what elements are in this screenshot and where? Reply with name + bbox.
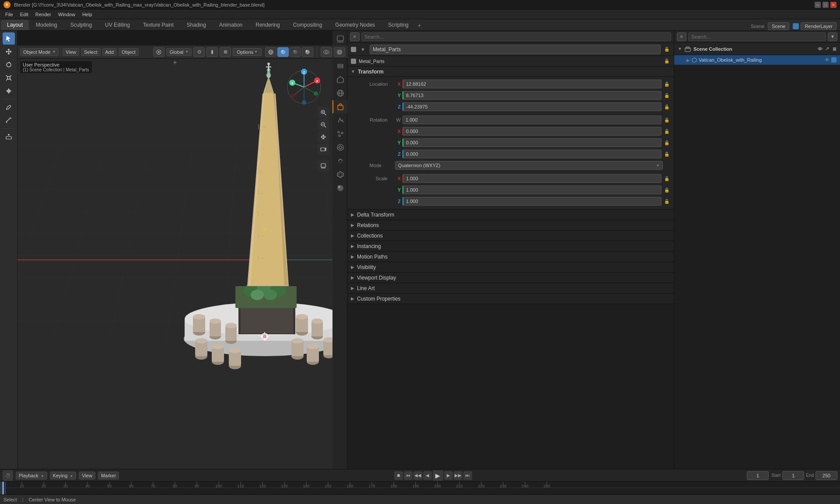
viewport-icon-1[interactable] [153,47,164,57]
outliner-select[interactable]: ↗ [825,46,829,52]
section-collections[interactable]: ▶ Collections [347,231,674,241]
rotation-z-lock[interactable]: 🔓 [663,150,670,158]
scale-y-field[interactable]: 1.000 [402,186,662,194]
tab-rendering[interactable]: Rendering [249,20,286,30]
proportional-edit[interactable]: ⊚ [220,47,231,57]
prop-data[interactable] [332,168,347,181]
rotation-mode-dropdown[interactable]: Quaternion (WXYZ) ▼ [395,161,663,170]
scale-z-field[interactable]: 1.000 [402,197,662,206]
viewport-solid[interactable] [277,47,289,57]
prev-keyframe-button[interactable]: ◀◀ [413,471,422,480]
tool-move[interactable] [3,46,15,58]
current-frame-input[interactable] [747,471,769,480]
scene-selector[interactable]: Scene [768,22,789,30]
tool-scale[interactable] [3,72,15,84]
location-z-field[interactable]: -44.23975 [402,102,662,111]
record-button[interactable]: ⏺ [394,471,403,480]
display-mode-button[interactable] [318,160,329,172]
prop-world[interactable] [332,87,347,100]
outliner-search-input[interactable] [688,32,826,41]
prop-particles[interactable] [332,127,347,140]
xray-toggle[interactable] [334,47,345,57]
tab-sculpting[interactable]: Sculpting [64,20,98,30]
add-workspace-button[interactable]: + [415,21,424,30]
tab-scripting[interactable]: Scripting [382,20,415,30]
outliner-filter2[interactable]: ▼ [828,32,837,41]
viewport-material[interactable] [290,47,301,57]
timeline-header-icon[interactable]: ⏱ [3,470,13,481]
rotation-z-field[interactable]: 0.000 [402,150,662,158]
outliner-filter[interactable]: ≡ [677,32,686,41]
camera-button[interactable] [318,144,329,155]
tool-measure[interactable] [3,114,15,126]
rotation-y-lock[interactable]: 🔓 [663,138,670,147]
close-button[interactable]: ✕ [830,2,836,8]
tab-geometry-nodes[interactable]: Geometry Nodes [329,20,381,30]
tab-compositing[interactable]: Compositing [287,20,329,30]
rotation-x-field[interactable]: 0.000 [402,127,662,136]
snapping-toggle[interactable] [206,47,218,57]
prop-constraints[interactable] [332,154,347,168]
play-button[interactable]: ▶ [433,470,443,481]
zoom-out-button[interactable] [318,119,329,130]
section-custom-properties[interactable]: ▶ Custom Properties [347,294,674,304]
next-keyframe-button[interactable]: ▶▶ [454,471,462,480]
rotation-w-lock[interactable]: 🔓 [663,116,670,124]
menu-help[interactable]: Help [79,11,96,18]
object-color-indicator[interactable] [351,47,356,52]
scene-collection-expand[interactable]: ▼ [678,46,682,51]
prop-scene[interactable] [332,73,347,86]
section-transform[interactable]: ▼ Transform [347,66,674,77]
section-motion-paths[interactable]: ▶ Motion Paths [347,252,674,262]
tool-rotate[interactable] [3,59,15,71]
object-name-field[interactable] [370,45,661,54]
location-x-field[interactable]: 12.88162 [402,80,662,88]
prop-object[interactable] [332,100,347,113]
jump-start-button[interactable]: ⏮ [404,471,413,480]
menu-render[interactable]: Render [32,11,55,18]
rotation-x-lock[interactable]: 🔓 [663,127,670,136]
section-visibility[interactable]: ▶ Visibility [347,262,674,273]
prop-view-layer[interactable] [332,60,347,73]
viewport-wireframe[interactable] [265,47,276,57]
location-y-lock[interactable]: 🔓 [663,91,670,100]
viewport-3d[interactable]: User Perspective (1) Scene Collection | … [18,59,332,469]
end-frame-input[interactable] [816,471,837,480]
pan-button[interactable] [318,131,329,143]
tab-shading[interactable]: Shading [181,20,212,30]
prop-physics[interactable] [332,141,347,154]
tool-transform[interactable] [3,85,15,97]
location-z-lock[interactable]: 🔓 [663,102,670,111]
section-viewport-display[interactable]: ▶ Viewport Display [347,273,674,283]
menu-edit[interactable]: Edit [17,11,32,18]
next-frame-button[interactable]: ▶ [444,471,453,480]
minimize-button[interactable]: ─ [815,2,821,8]
outliner-item-0[interactable]: ▶ Vatican_Obelisk_with_Railing 👁 [674,55,840,65]
options-button[interactable]: Options ▼ [233,48,262,56]
menu-file[interactable]: File [2,11,17,18]
item-viewport-vis[interactable]: 👁 [825,57,830,63]
zoom-in-button[interactable] [318,107,329,118]
view-menu-tl[interactable]: View [79,472,95,480]
tab-layout[interactable]: Layout [1,20,29,30]
section-relations[interactable]: ▶ Relations [347,220,674,231]
scale-z-lock[interactable]: 🔓 [663,197,670,206]
location-y-field[interactable]: 8.76713 [402,91,662,100]
menu-window[interactable]: Window [55,11,79,18]
prop-material[interactable] [332,182,347,195]
rotation-w-field[interactable]: 1.000 [402,116,662,124]
view-menu[interactable]: View [63,48,79,56]
transform-space[interactable]: Global ▼ [166,48,192,56]
section-line-art[interactable]: ▶ Line Art [347,283,674,294]
scale-x-lock[interactable]: 🔓 [663,174,670,183]
overlay-toggle[interactable] [321,47,332,57]
jump-end-button[interactable]: ⏭ [463,471,472,480]
tool-add[interactable] [3,130,15,143]
prev-frame-button[interactable]: ◀ [423,471,432,480]
tab-animation[interactable]: Animation [213,20,248,30]
rotation-y-field[interactable]: 0.000 [402,138,662,147]
properties-search[interactable] [361,32,671,41]
select-menu[interactable]: Select [81,48,101,56]
tab-texture-paint[interactable]: Texture Paint [137,20,180,30]
marker-menu[interactable]: Marker [98,472,119,480]
